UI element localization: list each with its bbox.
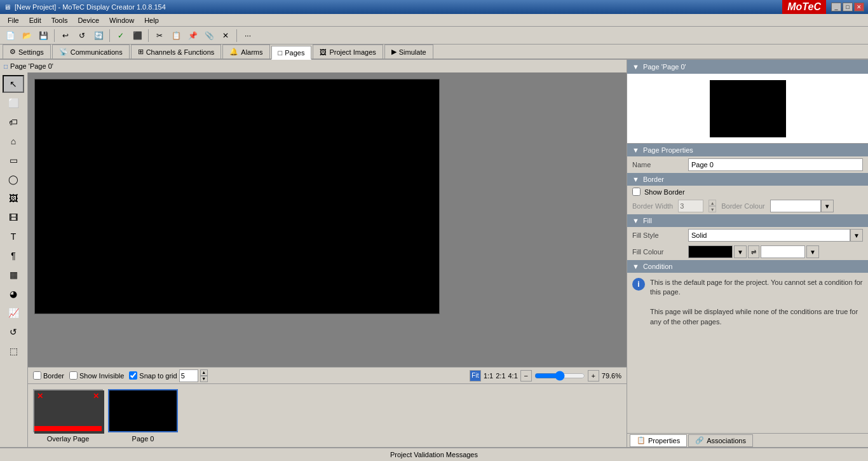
tool-replay[interactable]: ↺ [3, 323, 24, 341]
tool-bookmark[interactable]: 🏷 [3, 113, 24, 131]
fill-style-input[interactable] [688, 229, 850, 242]
border-width-down[interactable]: ▼ [709, 206, 716, 212]
copy-button[interactable]: 📋 [168, 29, 184, 43]
tool-grid[interactable]: ▦ [3, 266, 24, 284]
preview-collapse-icon[interactable]: ▼ [632, 63, 639, 71]
monitor-button[interactable]: ⬛ [130, 29, 145, 43]
zoom-4-1[interactable]: 4:1 [508, 372, 518, 380]
left-content: □ Page 'Page 0' ↖ ⬜ 🏷 ⌂ ▭ ◯ 🖼 🎞 T ¶ ▦ [0, 60, 627, 447]
tab-simulate[interactable]: ▶ Simulate [384, 45, 433, 58]
refresh-button[interactable]: 🔄 [91, 29, 106, 43]
border-collapse[interactable]: ▼ [632, 175, 639, 183]
show-invisible-checkbox[interactable] [69, 371, 78, 380]
snap-to-grid-checkbox[interactable] [129, 371, 137, 380]
zoom-fit-button[interactable]: Fit [470, 370, 481, 382]
tool-dotted-rect[interactable]: ⬚ [3, 342, 24, 360]
tool-cursor-text[interactable]: ¶ [3, 247, 24, 265]
thumbnail-overlay-page[interactable]: ✕ ✕ Overlay Page [33, 389, 103, 443]
tool-rectangle[interactable]: ▭ [3, 151, 24, 169]
properties-tab[interactable]: 📋 Properties [630, 434, 687, 447]
border-colour-swatch[interactable] [770, 200, 821, 212]
paste-special-button[interactable]: 📎 [201, 29, 217, 43]
bottom-panel: Project Validation Messages [0, 447, 868, 461]
paste-button[interactable]: 📌 [185, 29, 200, 43]
associations-tab[interactable]: 🔗 Associations [688, 434, 753, 447]
tab-communications[interactable]: 📡 Communications [52, 45, 130, 58]
minimize-button[interactable]: _ [831, 3, 841, 11]
menu-help[interactable]: Help [139, 15, 164, 25]
images-icon: 🖼 [320, 48, 327, 56]
settings-icon: ⚙ [10, 48, 16, 56]
simulate-icon: ▶ [391, 48, 397, 56]
tool-gauge[interactable]: ◕ [3, 285, 24, 303]
tool-film[interactable]: 🎞 [3, 209, 24, 226]
fill-style-dropdown[interactable]: ▼ [850, 229, 863, 242]
snap-up-button[interactable]: ▲ [200, 369, 208, 376]
page-properties-collapse[interactable]: ▼ [632, 146, 639, 154]
canvas-status-bar: Border Show Invisible Snap to grid ▲ [28, 367, 627, 383]
fill-colour-swatch[interactable] [688, 245, 733, 258]
fill-colour-dropdown[interactable]: ▼ [734, 245, 747, 258]
save-button[interactable]: 💾 [36, 29, 51, 43]
associations-tab-icon: 🔗 [695, 436, 704, 444]
thumbnail-page-0[interactable]: Page 0 [108, 389, 178, 443]
tab-settings[interactable]: ⚙ Settings [3, 45, 51, 58]
delete-button[interactable]: ✕ [218, 29, 233, 43]
close-button[interactable]: ✕ [854, 3, 864, 11]
menu-window[interactable]: Window [104, 15, 139, 25]
menu-file[interactable]: File [3, 15, 24, 25]
zoom-out-button[interactable]: − [520, 370, 532, 382]
tool-text[interactable]: T [3, 228, 24, 245]
tool-ellipse[interactable]: ◯ [3, 170, 24, 188]
snap-down-button[interactable]: ▼ [200, 376, 208, 382]
fill-colour-secondary-swatch[interactable] [761, 245, 805, 258]
motec-logo: MoTeC [782, 0, 826, 14]
tool-page[interactable]: ⬜ [3, 94, 24, 112]
tool-image[interactable]: 🖼 [3, 189, 24, 207]
main-canvas[interactable] [34, 79, 440, 314]
fill-collapse[interactable]: ▼ [632, 217, 639, 224]
tool-select[interactable]: ↖ [3, 75, 24, 93]
snap-value-input[interactable] [179, 369, 198, 382]
tab-pages[interactable]: □ Pages [271, 46, 312, 60]
open-button[interactable]: 📂 [19, 29, 34, 43]
undo-button[interactable]: ↩ [58, 29, 73, 43]
page-indicator-bar: □ Page 'Page 0' [0, 60, 627, 72]
border-checkbox[interactable] [33, 371, 41, 380]
more-button[interactable]: ··· [240, 29, 255, 43]
fill-colour-secondary-dropdown[interactable]: ▼ [806, 245, 819, 258]
tab-project-images[interactable]: 🖼 Project Images [313, 45, 383, 58]
preview-header: ▼ Page 'Page 0' [627, 60, 868, 74]
border-header: ▼ Border [627, 173, 868, 186]
tool-home[interactable]: ⌂ [3, 132, 24, 150]
page-preview [627, 74, 868, 144]
border-width-input[interactable] [678, 200, 703, 212]
menu-device[interactable]: Device [72, 15, 104, 25]
content-area: □ Page 'Page 0' ↖ ⬜ 🏷 ⌂ ▭ ◯ 🖼 🎞 T ¶ ▦ [0, 60, 868, 447]
condition-collapse[interactable]: ▼ [632, 263, 639, 270]
tool-chart[interactable]: 📈 [3, 304, 24, 322]
fill-style-label: Fill Style [632, 231, 683, 239]
maximize-button[interactable]: □ [843, 3, 853, 11]
fill-colour-swap[interactable]: ⇌ [748, 245, 759, 258]
border-colour-dropdown[interactable]: ▼ [821, 200, 834, 212]
tab-channels-functions[interactable]: ⊞ Channels & Functions [131, 45, 222, 58]
check-button[interactable]: ✓ [113, 29, 128, 43]
zoom-2-1[interactable]: 2:1 [496, 372, 505, 380]
menu-tools[interactable]: Tools [46, 15, 73, 25]
border-width-up[interactable]: ▲ [709, 200, 716, 206]
zoom-slider[interactable] [534, 371, 585, 381]
zoom-in-button[interactable]: + [588, 370, 599, 382]
cut-button[interactable]: ✂ [152, 29, 167, 43]
show-border-checkbox[interactable] [632, 188, 641, 196]
name-input[interactable] [688, 158, 863, 171]
fill-style-row: Fill Style ▼ [627, 227, 868, 244]
zoom-1-1[interactable]: 1:1 [484, 372, 493, 380]
tools-and-canvas: ↖ ⬜ 🏷 ⌂ ▭ ◯ 🖼 🎞 T ¶ ▦ ◕ 📈 ↺ ⬚ [0, 72, 627, 447]
redo-button[interactable]: ↺ [74, 29, 90, 43]
new-button[interactable]: 📄 [3, 29, 18, 43]
tab-alarms[interactable]: 🔔 Alarms [222, 45, 269, 58]
canvas-wrapper[interactable] [28, 72, 627, 367]
menu-edit[interactable]: Edit [24, 15, 46, 25]
right-panel-spacer [627, 332, 868, 433]
